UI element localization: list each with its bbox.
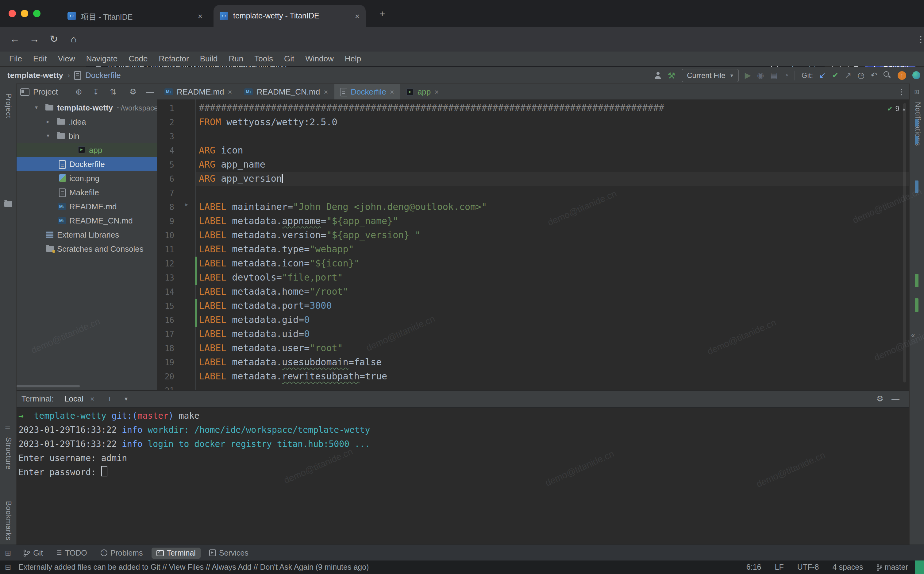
chevron-down-icon[interactable]: ▾ <box>47 129 49 143</box>
toolwindow-services[interactable]: Services <box>204 547 253 558</box>
menu-view[interactable]: View <box>52 52 81 66</box>
search-icon[interactable] <box>883 71 891 79</box>
editor-scrollbar[interactable] <box>903 103 906 382</box>
caret-position[interactable]: 6:16 <box>746 563 761 572</box>
window-minimize-button[interactable] <box>21 10 28 17</box>
status-window-icon[interactable]: ⊟ <box>5 560 11 574</box>
scroll-to-source-icon[interactable]: ↧ <box>93 84 99 99</box>
breadcrumb-project[interactable]: template-wetty <box>7 71 63 80</box>
run-icon[interactable]: ▶ <box>745 71 751 80</box>
collapse-stripe-icon[interactable]: « <box>911 331 915 339</box>
hide-panel-icon[interactable]: — <box>146 84 154 99</box>
editor-tab-readme-md[interactable]: README.md × <box>158 84 238 99</box>
tab-close-icon[interactable]: × <box>90 391 94 407</box>
tab-close-icon[interactable]: × <box>355 11 360 20</box>
tree-item-idea[interactable]: ▸ .idea <box>17 115 157 129</box>
editor-tab-dockerfile[interactable]: Dockerfile × <box>334 84 400 99</box>
tab-close-icon[interactable]: × <box>434 87 439 96</box>
menu-window[interactable]: Window <box>300 52 339 66</box>
tree-item-makefile[interactable]: Makefile <box>17 185 157 200</box>
editor-tab-options-icon[interactable]: ⋮ <box>897 84 905 99</box>
browser-tab-2[interactable]: ‹› template-wetty - TitanIDE × <box>214 5 366 27</box>
tree-item-scratches[interactable]: Scratches and Consoles <box>17 242 157 256</box>
tab-close-icon[interactable]: × <box>228 87 232 96</box>
chevron-down-icon[interactable]: ▾ <box>35 101 38 115</box>
git-commit-icon[interactable]: ✔ <box>832 71 839 80</box>
menu-help[interactable]: Help <box>339 52 367 66</box>
window-zoom-button[interactable] <box>33 10 41 17</box>
tree-item-readme-cn-md[interactable]: README_CN.md <box>17 214 157 228</box>
coverage-icon[interactable]: ▤ <box>770 71 778 80</box>
tree-item-bin[interactable]: ▾ bin <box>17 129 157 143</box>
new-tab-button[interactable]: + <box>376 7 389 21</box>
tab-close-icon[interactable]: × <box>390 87 394 96</box>
terminal-panel[interactable]: Terminal: Local × + ▾ ⚙ — → template-wet… <box>17 390 909 544</box>
tool-window-switcher-icon[interactable]: ⊞ <box>5 549 11 557</box>
tree-item-readme-md[interactable]: README.md <box>17 200 157 214</box>
tree-item-app[interactable]: app <box>17 143 157 157</box>
locate-file-icon[interactable]: ⊕ <box>75 84 82 99</box>
menu-refactor[interactable]: Refactor <box>153 52 194 66</box>
back-icon[interactable]: ← <box>7 27 22 52</box>
history-icon[interactable]: ◷ <box>858 71 865 80</box>
git-branch-widget[interactable]: master <box>877 563 908 572</box>
expand-collapse-icon[interactable]: ⇅ <box>110 84 116 99</box>
code-editor[interactable]: ▸ 1 2 3 4 5 6 7 8 9 10 11 12 13 14 15 16… <box>157 99 909 390</box>
forward-icon[interactable]: → <box>27 27 42 52</box>
line-number-gutter[interactable]: 1 2 3 4 5 6 7 8 9 10 11 12 13 14 15 16 1… <box>157 101 174 390</box>
reload-icon[interactable]: ↻ <box>47 27 61 52</box>
tree-item-template-wetty[interactable]: ▾ template-wetty~/workspace <box>17 101 157 115</box>
toolwindow-problems[interactable]: Problems <box>96 547 148 558</box>
line-separator[interactable]: LF <box>775 563 784 572</box>
rollback-icon[interactable]: ↶ <box>871 71 877 80</box>
file-encoding[interactable]: UTF-8 <box>797 563 819 572</box>
menu-file[interactable]: File <box>4 52 28 66</box>
code-content[interactable]: ########################################… <box>199 101 664 390</box>
menu-tools[interactable]: Tools <box>249 52 278 66</box>
stripe-bookmarks-button[interactable]: Bookmarks <box>4 501 13 541</box>
editor-tab-readme-cn-md[interactable]: README_CN.md × <box>238 84 335 99</box>
error-stripe-mark[interactable] <box>915 119 918 126</box>
menu-build[interactable]: Build <box>195 52 223 66</box>
tree-item-external-libraries[interactable]: External Libraries <box>17 228 157 242</box>
build-hammer-icon[interactable]: ⚒ <box>668 70 675 80</box>
tree-horizontal-scrollbar[interactable] <box>17 385 80 387</box>
terminal-tab-local[interactable]: Local <box>64 391 83 407</box>
code-with-me-avatar-icon[interactable] <box>912 71 920 79</box>
stripe-structure-button[interactable]: Structure <box>4 437 13 470</box>
browser-tab-1[interactable]: ‹› 项目 - TitanIDE × <box>61 5 209 27</box>
tree-item-icon-png[interactable]: icon.png <box>17 171 157 185</box>
git-update-icon[interactable]: ↙ <box>819 71 826 80</box>
error-stripe-mark[interactable] <box>915 274 918 287</box>
menu-code[interactable]: Code <box>123 52 153 66</box>
folder-icon[interactable] <box>4 201 12 207</box>
toolwindow-git[interactable]: Git <box>19 547 48 558</box>
toolwindow-terminal[interactable]: Terminal <box>151 547 201 558</box>
profiler-icon[interactable]: ◔ <box>784 71 789 80</box>
session-dropdown-icon[interactable]: ▾ <box>124 391 127 407</box>
user-dropdown-icon[interactable] <box>654 71 662 79</box>
error-stripe-mark[interactable] <box>915 136 918 144</box>
run-configuration-select[interactable]: Current File ▾ <box>681 68 739 82</box>
terminal-output[interactable]: → template-wetty git:(master) make 2023-… <box>19 409 370 479</box>
new-session-icon[interactable]: + <box>107 391 112 407</box>
status-message[interactable]: Externally added files can be added to G… <box>19 560 369 574</box>
tab-close-icon[interactable]: × <box>198 11 203 20</box>
toolwindow-todo[interactable]: ☰ TODO <box>52 547 92 558</box>
tab-close-icon[interactable]: × <box>324 87 328 96</box>
chevron-right-icon[interactable]: ▸ <box>47 115 49 129</box>
debug-icon[interactable]: ◉ <box>757 71 764 80</box>
window-close-button[interactable] <box>9 10 16 17</box>
gear-icon[interactable]: ⚙ <box>129 84 137 99</box>
minimize-panel-icon[interactable]: — <box>891 391 899 407</box>
menu-git[interactable]: Git <box>278 52 300 66</box>
menu-navigate[interactable]: Navigate <box>81 52 123 66</box>
stripe-project-button[interactable]: Project <box>4 93 13 118</box>
next-problem-icon[interactable]: ▼ <box>909 107 909 111</box>
project-panel-title[interactable]: Project <box>33 84 58 99</box>
indent-style[interactable]: 4 spaces <box>833 563 863 572</box>
error-stripe-mark[interactable] <box>915 298 918 312</box>
home-icon[interactable]: ⌂ <box>66 27 81 52</box>
fold-icon[interactable]: ▸ <box>185 201 188 208</box>
structure-icon[interactable]: ☰ <box>5 425 10 432</box>
